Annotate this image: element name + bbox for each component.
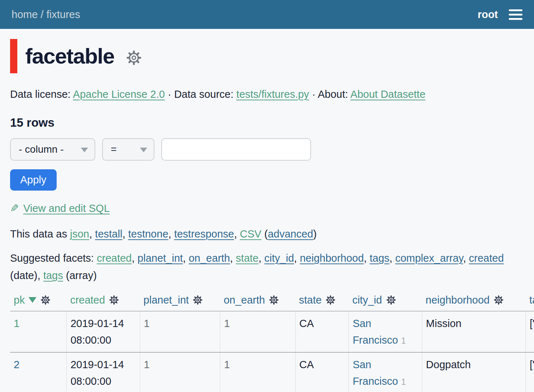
cell-state: CA [296,352,349,392]
column-header-link-created[interactable]: created [70,293,105,307]
pencil-icon: ✎ [10,202,19,214]
facet-state-link[interactable]: state [236,252,259,264]
operator-select[interactable]: = [102,138,154,161]
cell-created: 2019-01-14 08:00:00 [66,311,140,352]
facet-on-earth-link[interactable]: on_earth [189,252,230,264]
table-settings-gear-icon[interactable] [125,49,143,66]
sort-descending-icon [29,297,36,303]
facet-created-link[interactable]: created [97,252,132,264]
cell-link-city_id[interactable]: San Francisco [353,318,398,346]
text-segment: / [38,9,47,20]
column-header-created: created [66,292,140,311]
column-options-gear-icon[interactable] [325,295,336,305]
text-segment: Data license: [10,88,73,100]
column-header-state: state [296,292,349,311]
facet-planet-int-link[interactable]: planet_int [137,252,183,264]
about-link[interactable]: About Datasette [350,88,425,100]
breadcrumb-fixtures-link[interactable]: fixtures [47,9,80,20]
cell-tags: ["tag1", "tag3"] [526,352,534,392]
top-navigation-bar: home / fixtures root [0,0,534,29]
text-segment: , [364,252,369,264]
facet-city-id-link[interactable]: city_id [264,252,294,264]
cell-link-pk[interactable]: 1 [14,318,19,329]
cell-link-pk[interactable]: 2 [14,359,19,370]
export-testresponse-link[interactable]: testresponse [174,228,234,240]
cell-pk: 2 [10,352,66,392]
text-segment: , [168,228,174,240]
text-segment: This data as [10,228,70,240]
text-segment: , [89,228,95,240]
text-segment: · Data source: [165,88,236,100]
cell-created: 2019-01-14 08:00:00 [66,352,140,392]
export-csv-link[interactable]: CSV [240,228,262,240]
text-segment: , [463,252,469,264]
cell-planet_int: 1 [140,311,220,352]
chevron-down-icon [81,148,88,152]
table-row: 22019-01-14 08:00:0011CASan Francisco1Do… [10,352,534,392]
text-segment: , [183,252,189,264]
data-license-link[interactable]: Apache License 2.0 [73,88,165,100]
suggested-facets-line: Suggested facets: created, planet_int, o… [10,249,524,284]
column-header-city_id: city_id [349,292,422,311]
facet-created-date-link[interactable]: created [469,252,504,264]
facet-tags-array-link[interactable]: tags [43,270,63,281]
cell-link-city_id[interactable]: San Francisco [353,359,398,387]
facet-tags-link[interactable]: tags [369,252,389,264]
export-advanced-link[interactable]: advanced [268,228,313,240]
text-segment: (array) [63,270,97,281]
cell-suffix-count: 1 [401,336,406,345]
menu-icon[interactable] [509,8,522,21]
cell-city_id: San Francisco1 [349,352,422,392]
column-header-link-city_id[interactable]: city_id [352,293,382,307]
text-segment: ) [313,228,317,240]
column-options-gear-icon[interactable] [109,295,119,305]
export-json-link[interactable]: json [70,228,89,240]
cell-on_earth: 1 [220,311,296,352]
column-header-pk: pk [10,292,66,311]
facet-complex-array-link[interactable]: complex_array [395,252,463,264]
apply-button[interactable]: Apply [10,169,57,191]
text-segment: , [389,252,395,264]
text-segment: , [294,252,300,264]
operator-select-value: = [111,144,117,155]
column-header-link-planet_int[interactable]: planet_int [144,293,189,307]
column-options-gear-icon[interactable] [493,295,504,305]
row-count-heading: 15 rows [10,116,524,130]
text-segment: , [230,252,236,264]
cell-state: CA [296,311,349,352]
view-edit-sql-link[interactable]: View and edit SQL [23,202,110,214]
column-header-link-pk[interactable]: pk [14,293,25,307]
data-table: pk created planet_int on_earth state [10,292,534,392]
filter-value-input[interactable] [161,138,311,161]
breadcrumb-home-link[interactable]: home [12,9,38,20]
column-header-link-on_earth[interactable]: on_earth [224,293,265,307]
page-title: facetable [25,44,114,69]
cell-suffix-count: 1 [401,377,406,387]
column-header-link-neighborhood[interactable]: neighborhood [426,293,490,307]
data-table-container: pk created planet_int on_earth state [10,292,534,392]
column-options-gear-icon[interactable] [268,295,279,305]
text-segment: , [132,252,137,264]
table-header-row: pk created planet_int on_earth state [10,292,534,311]
column-options-gear-icon[interactable] [40,295,51,305]
export-testall-link[interactable]: testall [95,228,122,240]
metadata-line: Data license: Apache License 2.0 · Data … [10,87,524,101]
title-accent-bar [10,39,17,73]
cell-city_id: San Francisco1 [349,311,422,352]
filter-row: - column - = [10,138,524,161]
cell-planet_int: 1 [140,352,220,392]
data-source-link[interactable]: tests/fixtures.py [236,88,309,100]
export-testnone-link[interactable]: testnone [128,228,168,240]
column-header-link-tags[interactable]: tags [529,293,534,307]
column-options-gear-icon[interactable] [386,295,397,305]
text-segment: · About: [309,88,350,100]
facet-neighborhood-link[interactable]: neighborhood [300,252,364,264]
chevron-down-icon [140,148,147,152]
column-select-value: - column - [19,144,64,155]
cell-neighborhood: Mission [422,311,526,352]
column-options-gear-icon[interactable] [192,295,203,305]
text-segment: , [122,228,128,240]
user-label: root [478,9,498,21]
column-header-link-state[interactable]: state [299,293,322,307]
column-select[interactable]: - column - [10,138,95,161]
